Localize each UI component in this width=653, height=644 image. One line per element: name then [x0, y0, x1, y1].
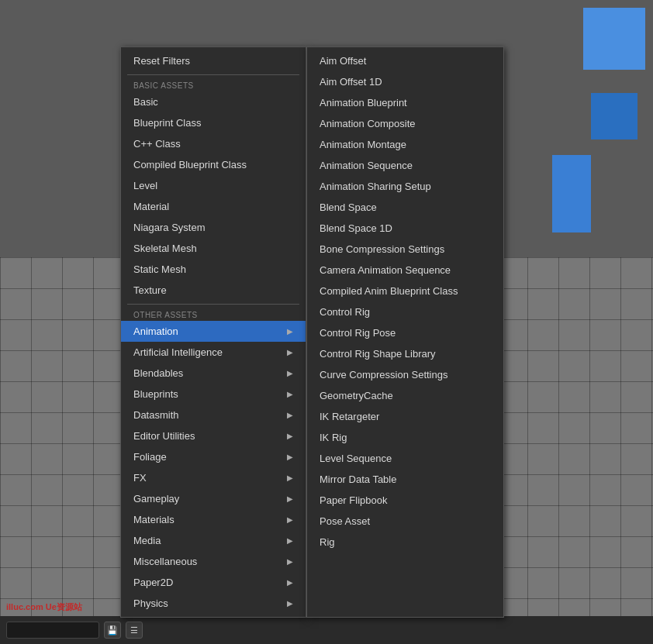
basic-item[interactable]: Blueprint Class [121, 112, 306, 133]
submenu-arrow-icon: ▶ [287, 369, 293, 377]
other-item-paper2d[interactable]: Paper2D▶ [121, 572, 306, 593]
submenu-arrow-icon: ▶ [287, 557, 293, 566]
basic-items-list: BasicBlueprint ClassC++ ClassCompiled Bl… [121, 91, 306, 301]
anim-item-control-rig-shape-library[interactable]: Control Rig Shape Library [307, 343, 503, 364]
basic-item[interactable]: Niagara System [121, 217, 306, 238]
anim-item-rig[interactable]: Rig [307, 532, 503, 553]
anim-item-control-rig-pose[interactable]: Control Rig Pose [307, 322, 503, 343]
anim-item-camera-animation-sequence[interactable]: Camera Animation Sequence [307, 260, 503, 281]
other-item-blueprints[interactable]: Blueprints▶ [121, 384, 306, 405]
submenu-arrow-icon: ▶ [287, 348, 293, 356]
anim-item-control-rig[interactable]: Control Rig [307, 301, 503, 322]
basic-item[interactable]: C++ Class [121, 133, 306, 154]
anim-item-aim-offset[interactable]: Aim Offset [307, 50, 503, 71]
filter-button[interactable]: ☰ [126, 622, 143, 639]
basic-item[interactable]: Level [121, 175, 306, 196]
basic-item[interactable]: Texture [121, 280, 306, 301]
basic-item[interactable]: Compiled Blueprint Class [121, 154, 306, 175]
anim-item-curve-compression-settings[interactable]: Curve Compression Settings [307, 364, 503, 385]
reset-filters-item[interactable]: Reset Filters [121, 50, 306, 71]
basic-item[interactable]: Basic [121, 91, 306, 112]
anim-item-ik-rig[interactable]: IK Rig [307, 427, 503, 448]
other-item-animation[interactable]: Animation▶ [121, 321, 306, 342]
dropdown-menu: Reset Filters BASIC ASSETS BasicBlueprin… [120, 46, 504, 618]
other-item-gameplay[interactable]: Gameplay▶ [121, 488, 306, 509]
anim-item-animation-blueprint[interactable]: Animation Blueprint [307, 92, 503, 113]
submenu-arrow-icon: ▶ [287, 432, 293, 440]
anim-item-animation-sharing-setup[interactable]: Animation Sharing Setup [307, 176, 503, 197]
anim-item-bone-compression-settings[interactable]: Bone Compression Settings [307, 239, 503, 260]
submenu-arrow-icon: ▶ [287, 453, 293, 461]
submenu-arrow-icon: ▶ [287, 578, 293, 587]
cube-right-mid [591, 93, 637, 139]
other-item-artificial-intelligence[interactable]: Artificial Intelligence▶ [121, 342, 306, 363]
basic-item[interactable]: Static Mesh [121, 259, 306, 280]
other-item-datasmith[interactable]: Datasmith▶ [121, 405, 306, 425]
separator-2 [127, 304, 299, 305]
submenu-arrow-icon: ▶ [287, 390, 293, 398]
other-assets-section-label: OTHER ASSETS [121, 308, 306, 321]
animation-submenu: Aim OffsetAim Offset 1DAnimation Bluepri… [306, 46, 504, 618]
cube-top-right [583, 8, 645, 70]
submenu-arrow-icon: ▶ [287, 327, 293, 336]
submenu-arrow-icon: ▶ [287, 411, 293, 419]
submenu-arrow-icon: ▶ [287, 536, 293, 545]
basic-item[interactable]: Skeletal Mesh [121, 238, 306, 259]
other-items-list: Animation▶Artificial Intelligence▶Blenda… [121, 321, 306, 614]
other-item-media[interactable]: Media▶ [121, 530, 306, 551]
anim-item-aim-offset-1d[interactable]: Aim Offset 1D [307, 71, 503, 92]
search-input[interactable] [6, 622, 99, 639]
other-item-editor-utilities[interactable]: Editor Utilities▶ [121, 425, 306, 446]
basic-item[interactable]: Material [121, 196, 306, 217]
submenu-arrow-icon: ▶ [287, 494, 293, 503]
anim-item-blend-space[interactable]: Blend Space [307, 197, 503, 218]
other-item-physics[interactable]: Physics▶ [121, 593, 306, 614]
anim-item-animation-montage[interactable]: Animation Montage [307, 134, 503, 155]
anim-item-blend-space-1d[interactable]: Blend Space 1D [307, 218, 503, 239]
separator-1 [127, 74, 299, 75]
submenu-arrow-icon: ▶ [287, 515, 293, 524]
anim-item-animation-composite[interactable]: Animation Composite [307, 113, 503, 134]
basic-assets-section-label: BASIC ASSETS [121, 78, 306, 91]
submenu-arrow-icon: ▶ [287, 599, 293, 608]
other-item-blendables[interactable]: Blendables▶ [121, 363, 306, 384]
other-item-foliage[interactable]: Foliage▶ [121, 446, 306, 467]
anim-item-paper-flipbook[interactable]: Paper Flipbook [307, 490, 503, 511]
anim-item-geometrycache[interactable]: GeometryCache [307, 385, 503, 406]
submenu-arrow-icon: ▶ [287, 474, 293, 482]
anim-item-ik-retargeter[interactable]: IK Retargeter [307, 406, 503, 427]
other-item-miscellaneous[interactable]: Miscellaneous▶ [121, 551, 306, 572]
anim-item-mirror-data-table[interactable]: Mirror Data Table [307, 469, 503, 490]
watermark: illuc.com Ue资源站 [6, 601, 82, 613]
anim-item-compiled-anim-blueprint-class[interactable]: Compiled Anim Blueprint Class [307, 281, 503, 301]
save-button[interactable]: 💾 [104, 622, 121, 639]
toolbar: 💾 ☰ [0, 616, 653, 644]
anim-item-pose-asset[interactable]: Pose Asset [307, 511, 503, 532]
other-item-materials[interactable]: Materials▶ [121, 509, 306, 530]
anim-item-animation-sequence[interactable]: Animation Sequence [307, 155, 503, 176]
cube-right-lower [552, 155, 591, 232]
anim-item-level-sequence[interactable]: Level Sequence [307, 448, 503, 469]
other-item-fx[interactable]: FX▶ [121, 467, 306, 488]
primary-menu: Reset Filters BASIC ASSETS BasicBlueprin… [120, 46, 306, 618]
